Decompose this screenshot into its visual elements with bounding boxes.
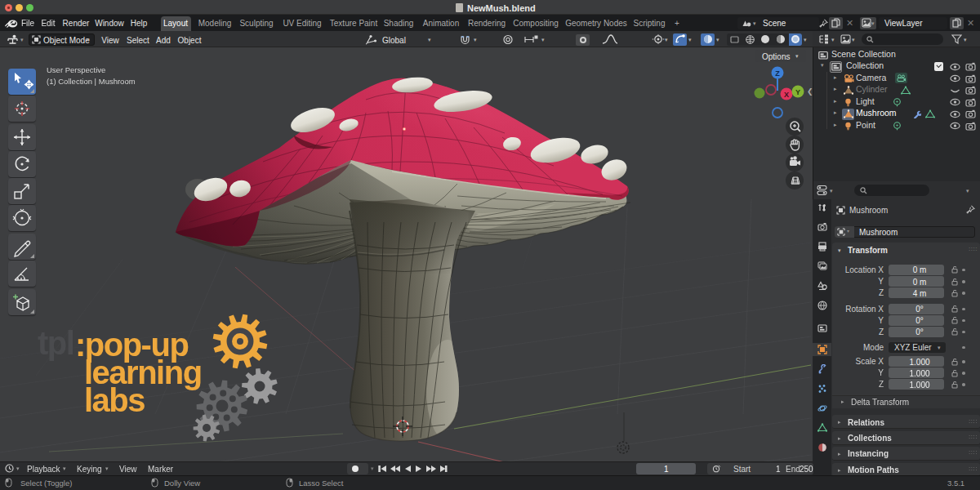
svg-text:X: X bbox=[784, 91, 789, 99]
svg-text:Y: Y bbox=[795, 88, 800, 96]
svg-text:Z: Z bbox=[775, 69, 780, 78]
svg-text:labs: labs bbox=[84, 382, 145, 418]
svg-text:tpl: tpl bbox=[38, 325, 74, 361]
